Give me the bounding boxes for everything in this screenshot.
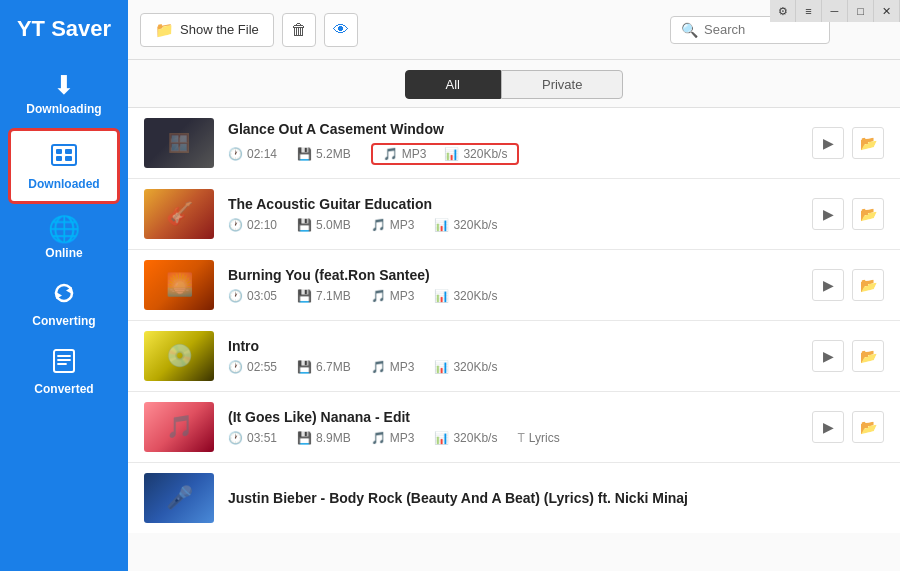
lyrics-icon: T — [517, 431, 524, 445]
file-meta: 🕐 02:14 💾 5.2MB 🎵 MP3 📊 — [228, 143, 798, 165]
clock-icon: 🕐 — [228, 218, 243, 232]
search-input[interactable] — [704, 22, 819, 37]
format-icon: 🎵 — [371, 218, 386, 232]
svg-rect-3 — [65, 149, 72, 154]
sidebar-item-online[interactable]: 🌐 Online — [0, 206, 128, 270]
file-thumbnail: 🎤 — [144, 473, 214, 523]
file-item: 🎵 (It Goes Like) Nanana - Edit 🕐 03:51 💾… — [128, 392, 900, 463]
size-item: 💾 5.0MB — [297, 218, 351, 232]
file-item: 💿 Intro 🕐 02:55 💾 6.7MB 🎵 MP3 — [128, 321, 900, 392]
bitrate-item: 📊 320Kb/s — [434, 360, 497, 374]
close-button[interactable]: ✕ — [874, 0, 900, 22]
file-item: 🎤 Justin Bieber - Body Rock (Beauty And … — [128, 463, 900, 533]
gear-button[interactable]: ⚙ — [770, 0, 796, 22]
bitrate-item: 📊 320Kb/s — [444, 147, 507, 161]
online-icon: 🌐 — [48, 216, 80, 242]
play-button[interactable]: ▶ — [812, 411, 844, 443]
folder-open-button[interactable]: 📂 — [852, 411, 884, 443]
file-size-icon: 💾 — [297, 218, 312, 232]
eye-button[interactable]: 👁 — [324, 13, 358, 47]
sidebar-label-converting: Converting — [32, 314, 95, 328]
search-icon: 🔍 — [681, 22, 698, 38]
size-value: 5.2MB — [316, 147, 351, 161]
bitrate-icon: 📊 — [434, 289, 449, 303]
menu-button[interactable]: ≡ — [796, 0, 822, 22]
sidebar-label-downloading: Downloading — [26, 102, 101, 116]
clock-icon: 🕐 — [228, 289, 243, 303]
file-actions: ▶ 📂 — [812, 340, 884, 372]
bitrate-item: 📊 320Kb/s — [434, 218, 497, 232]
file-actions: ▶ 📂 — [812, 411, 884, 443]
sidebar-item-downloaded[interactable]: Downloaded — [8, 128, 120, 204]
clock-icon: 🕐 — [228, 360, 243, 374]
file-info: Burning You (feat.Ron Santee) 🕐 03:05 💾 … — [228, 267, 798, 303]
file-title: Intro — [228, 338, 798, 354]
format-icon: 🎵 — [371, 431, 386, 445]
lyrics-value: Lyrics — [529, 431, 560, 445]
file-title: Justin Bieber - Body Rock (Beauty And A … — [228, 490, 884, 506]
minimize-button[interactable]: ─ — [822, 0, 848, 22]
clock-icon: 🕐 — [228, 147, 243, 161]
file-thumbnail: 🎸 — [144, 189, 214, 239]
downloading-icon: ⬇ — [53, 72, 75, 98]
sidebar-item-converted[interactable]: Converted — [0, 338, 128, 406]
show-file-button[interactable]: 📁 Show the File — [140, 13, 274, 47]
size-item: 💾 5.2MB — [297, 147, 351, 161]
format-item: 🎵 MP3 — [383, 147, 427, 161]
play-button[interactable]: ▶ — [812, 198, 844, 230]
file-info: Intro 🕐 02:55 💾 6.7MB 🎵 MP3 — [228, 338, 798, 374]
format-value: MP3 — [390, 431, 415, 445]
duration-item: 🕐 03:05 — [228, 289, 277, 303]
sidebar-item-downloading[interactable]: ⬇ Downloading — [0, 62, 128, 126]
bitrate-item: 📊 320Kb/s — [434, 431, 497, 445]
duration-item: 🕐 03:51 — [228, 431, 277, 445]
sidebar-label-online: Online — [45, 246, 82, 260]
tab-private[interactable]: Private — [501, 70, 623, 99]
tab-all[interactable]: All — [405, 70, 501, 99]
main-content: 📁 Show the File 🗑 👁 🔍 All Private 🪟 Glan… — [128, 0, 900, 571]
size-value: 8.9MB — [316, 431, 351, 445]
converted-icon — [51, 348, 77, 378]
file-title: Glance Out A Casement Window — [228, 121, 798, 137]
file-size-icon: 💾 — [297, 431, 312, 445]
size-value: 5.0MB — [316, 218, 351, 232]
show-file-label: Show the File — [180, 22, 259, 37]
sidebar: YT Saver ⬇ Downloading Downloaded 🌐 Onli… — [0, 0, 128, 571]
folder-open-button[interactable]: 📂 — [852, 269, 884, 301]
delete-button[interactable]: 🗑 — [282, 13, 316, 47]
play-button[interactable]: ▶ — [812, 269, 844, 301]
duration-item: 🕐 02:55 — [228, 360, 277, 374]
bitrate-icon: 📊 — [434, 218, 449, 232]
svg-rect-1 — [56, 149, 62, 154]
file-title: (It Goes Like) Nanana - Edit — [228, 409, 798, 425]
svg-rect-7 — [54, 350, 74, 372]
folder-open-button[interactable]: 📂 — [852, 198, 884, 230]
file-thumbnail: 🪟 — [144, 118, 214, 168]
folder-icon: 📁 — [155, 21, 174, 39]
maximize-button[interactable]: □ — [848, 0, 874, 22]
bitrate-icon: 📊 — [444, 147, 459, 161]
file-actions: ▶ 📂 — [812, 198, 884, 230]
bitrate-value: 320Kb/s — [453, 218, 497, 232]
play-button[interactable]: ▶ — [812, 340, 844, 372]
file-size-icon: 💾 — [297, 289, 312, 303]
file-item: 🎸 The Acoustic Guitar Education 🕐 02:10 … — [128, 179, 900, 250]
sidebar-label-downloaded: Downloaded — [28, 177, 99, 191]
file-size-icon: 💾 — [297, 147, 312, 161]
folder-open-button[interactable]: 📂 — [852, 340, 884, 372]
sidebar-item-converting[interactable]: Converting — [0, 270, 128, 338]
play-button[interactable]: ▶ — [812, 127, 844, 159]
duration-value: 03:05 — [247, 289, 277, 303]
bitrate-value: 320Kb/s — [453, 431, 497, 445]
file-size-icon: 💾 — [297, 360, 312, 374]
file-item: 🪟 Glance Out A Casement Window 🕐 02:14 💾… — [128, 108, 900, 179]
format-value: MP3 — [390, 360, 415, 374]
lyrics-item: T Lyrics — [517, 431, 559, 445]
format-highlight: 🎵 MP3 📊 320Kb/s — [371, 143, 520, 165]
sidebar-label-converted: Converted — [34, 382, 93, 396]
converting-icon — [51, 280, 77, 310]
svg-rect-4 — [65, 156, 72, 161]
svg-rect-2 — [56, 156, 62, 161]
folder-open-button[interactable]: 📂 — [852, 127, 884, 159]
bitrate-item: 📊 320Kb/s — [434, 289, 497, 303]
